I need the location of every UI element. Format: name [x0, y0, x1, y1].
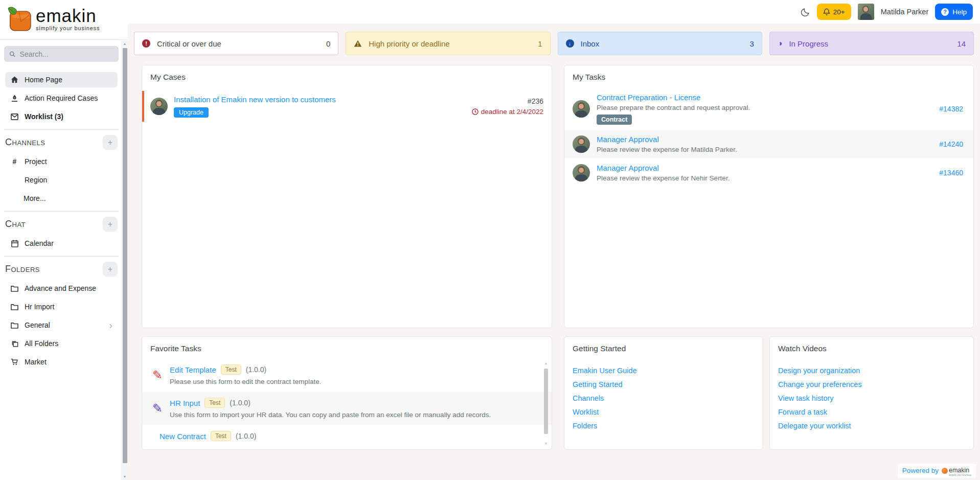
sidebar-item-folder-advance-and-expense[interactable]: Advance and Expense: [5, 281, 118, 296]
getting-started-link[interactable]: Getting Started: [573, 380, 755, 388]
test-badge: Test: [204, 398, 225, 408]
task-title-link[interactable]: Manager Approval: [597, 135, 932, 144]
task-description: Please review the expense for Nehir Sert…: [597, 174, 932, 182]
moon-icon: [801, 7, 810, 16]
task-description: Use this form to import your HR data. Yo…: [170, 411, 536, 419]
sidebar-item-folder-hr-import[interactable]: Hr Import: [5, 299, 118, 314]
favorite-task-link[interactable]: New Contract: [159, 432, 206, 441]
watch-videos-links: Design your organization Change your pre…: [778, 367, 965, 430]
help-label: Help: [952, 8, 967, 16]
question-icon: ?: [941, 8, 949, 16]
panel-title: Favorite Tasks: [150, 344, 543, 353]
add-channel-button[interactable]: +: [103, 135, 118, 150]
task-version: (1.0.0): [230, 399, 250, 407]
sidebar-section-channels: Channels +: [4, 132, 119, 151]
sidebar-item-label: Project: [25, 157, 47, 166]
folder-icon: [10, 321, 19, 329]
add-folder-button[interactable]: +: [103, 262, 118, 277]
sidebar-item-label: General: [25, 321, 50, 329]
task-id-link[interactable]: #13460: [939, 169, 963, 177]
favorite-task-row[interactable]: ✎ Edit Template Test (1.0.0) Please use …: [142, 358, 552, 392]
powered-by-chip[interactable]: Powered by emakin simplify your business: [898, 464, 976, 478]
sidebar-item-channel-project[interactable]: # Project: [5, 154, 118, 169]
sidebar-item-worklist[interactable]: Worklist (3): [5, 109, 118, 124]
case-title-link[interactable]: Installation of Emakin new version to cu…: [174, 95, 466, 104]
task-list: Contract Preparation - License Please pr…: [564, 88, 973, 187]
sidebar-item-channels-more[interactable]: More...: [18, 191, 118, 206]
sidebar-item-label: Advance and Expense: [25, 284, 96, 292]
getting-started-link[interactable]: Worklist: [573, 408, 755, 416]
watch-video-link[interactable]: Change your preferences: [778, 380, 965, 388]
task-description: Please use this form to edit the contrac…: [170, 378, 536, 385]
favorite-task-row[interactable]: New Contract Test (1.0.0): [142, 425, 552, 447]
scrollbar-thumb[interactable]: [544, 369, 548, 434]
warning-triangle-icon: [354, 40, 362, 47]
task-title-link[interactable]: Manager Approval: [597, 164, 932, 172]
search-input[interactable]: [20, 50, 113, 58]
scrollbar-thumb[interactable]: [123, 48, 127, 463]
favorite-task-link[interactable]: HR Input: [170, 399, 200, 407]
help-button[interactable]: ? Help: [935, 4, 973, 20]
scroll-up-icon[interactable]: ▲: [122, 42, 128, 45]
getting-started-link[interactable]: Folders: [573, 422, 755, 430]
brand-logo[interactable]: emakin simplify your business: [0, 0, 128, 40]
notifications-button[interactable]: 20+: [817, 4, 851, 20]
case-row[interactable]: Installation of Emakin new version to cu…: [142, 91, 552, 122]
folders-copy-icon: [10, 339, 19, 348]
sidebar-item-all-folders[interactable]: All Folders: [5, 336, 118, 351]
sidebar-divider: [4, 211, 119, 212]
sidebar-item-channel-region[interactable]: Region: [5, 172, 118, 188]
brand-name: emakin: [36, 7, 100, 25]
emakin-mini-logo: emakin simplify your business: [942, 465, 971, 477]
status-label: In Progress: [789, 39, 828, 48]
status-label: High priority or deadline: [369, 39, 449, 48]
sidebar-item-market[interactable]: Market: [5, 354, 118, 370]
sidebar-item-folder-general[interactable]: General ›: [5, 317, 118, 333]
getting-started-links: Emakin User Guide Getting Started Channe…: [573, 367, 755, 430]
deadline-text: deadline at 2/4/2022: [481, 108, 543, 116]
watch-video-link[interactable]: View task history: [778, 394, 965, 402]
favorite-tasks-scrollbar[interactable]: ▲ ▼: [543, 361, 549, 445]
user-name[interactable]: Matilda Parker: [881, 8, 928, 16]
task-title-link[interactable]: Contract Preparation - License: [597, 93, 932, 102]
favorite-task-link[interactable]: Edit Template: [170, 365, 216, 374]
watch-video-link[interactable]: Forward a task: [778, 408, 965, 416]
sidebar-item-label: Hr Import: [25, 303, 54, 311]
status-card-in-progress[interactable]: ◑ In Progress 14: [769, 32, 974, 55]
panel-title: Getting Started: [573, 344, 755, 353]
scroll-down-icon[interactable]: ▼: [122, 475, 128, 478]
sidebar-item-label: Calendar: [25, 239, 54, 247]
watch-video-link[interactable]: Delegate your worklist: [778, 422, 965, 430]
task-avatar: [573, 100, 590, 118]
task-row[interactable]: Manager Approval Please review the expen…: [564, 158, 973, 187]
scroll-up-icon[interactable]: ▲: [543, 361, 549, 365]
user-avatar[interactable]: [858, 4, 874, 20]
task-description: Please prepare the contract and request …: [597, 104, 932, 111]
scroll-down-icon[interactable]: ▼: [543, 442, 549, 445]
status-card-critical[interactable]: ! Critical or over due 0: [134, 32, 338, 55]
status-card-high-priority[interactable]: High priority or deadline 1: [346, 32, 550, 55]
chevron-right-icon[interactable]: ›: [109, 323, 112, 328]
add-chat-button[interactable]: +: [103, 217, 118, 232]
getting-started-link[interactable]: Channels: [573, 394, 755, 402]
getting-started-link[interactable]: Emakin User Guide: [573, 367, 755, 375]
notification-count: 20+: [833, 8, 845, 16]
powered-by-label: Powered by: [902, 467, 939, 474]
sidebar-scrollbar[interactable]: ▲ ▼: [121, 40, 128, 480]
task-row[interactable]: Manager Approval Please review the expen…: [564, 130, 973, 158]
status-card-inbox[interactable]: ↓ Inbox 3: [558, 32, 762, 55]
sidebar-item-calendar[interactable]: Calendar: [5, 236, 118, 251]
task-row[interactable]: Contract Preparation - License Please pr…: [564, 88, 973, 130]
dark-mode-toggle[interactable]: [801, 7, 810, 16]
task-id-link[interactable]: #14240: [939, 140, 963, 148]
sidebar-item-home-page[interactable]: Home Page: [5, 72, 118, 87]
task-id-link[interactable]: #14382: [939, 105, 963, 113]
calendar-icon: [10, 239, 19, 247]
sidebar-item-action-required-cases[interactable]: Action Required Cases: [5, 90, 118, 106]
footer-brand-name: emakin: [949, 467, 969, 474]
sidebar-divider: [4, 129, 119, 130]
watch-video-link[interactable]: Design your organization: [778, 367, 965, 375]
footer-brand-tagline: simplify your business: [949, 474, 971, 477]
arrow-down-circle-icon: ↓: [566, 39, 574, 48]
favorite-task-row[interactable]: ✎ HR Input Test (1.0.0) Use this form to…: [142, 392, 552, 425]
